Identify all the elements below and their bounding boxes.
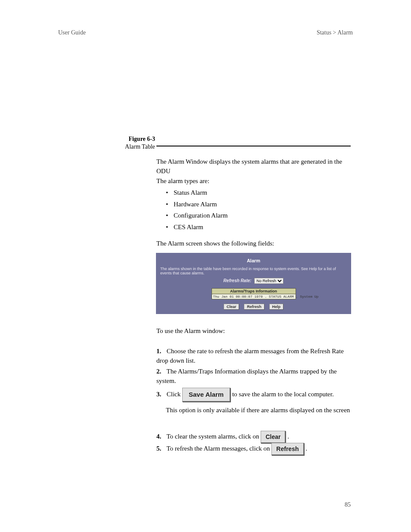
refresh-button-inline[interactable]: Refresh — [271, 443, 304, 455]
paragraph-fields-lead: The Alarm screen shows the following fie… — [156, 239, 351, 249]
step-text-prefix: Click — [167, 391, 182, 398]
step-number: 4. — [156, 432, 165, 442]
figure-title: Alarm Table — [60, 143, 155, 150]
step-number: 1. — [156, 347, 165, 356]
page-number: 85 — [345, 501, 351, 508]
step-1: 1. Choose the rate to refresh the alarm … — [156, 347, 351, 366]
step-3: 3. Click Save Alarm to save the alarm to… — [156, 388, 351, 402]
step-text: The Alarms/Traps Information displays th… — [156, 368, 337, 384]
step-text: Choose the rate to refresh the alarm mes… — [156, 348, 344, 364]
step-text-prefix: To clear the system alarms, click on — [166, 433, 261, 440]
step-text-suffix: to save the alarm to the local computer. — [232, 391, 334, 398]
step-text-suffix: . — [305, 445, 307, 452]
refresh-rate-row: Refresh Rate: No Refresh — [156, 278, 351, 284]
alarm-panel-buttons: Clear Refresh Help — [156, 304, 351, 310]
alarm-panel-title: Alarm — [156, 253, 351, 263]
header-left: User Guide — [58, 29, 86, 36]
step-number: 2. — [156, 367, 165, 376]
page: User Guide Status > Alarm Figure 6-3 Ala… — [0, 0, 411, 532]
step-3-note: This option is only available if there a… — [156, 406, 351, 415]
step-number: 3. — [156, 390, 165, 399]
paragraph-alarm-types-lead: The alarm types are: — [156, 177, 351, 186]
table-row: Thu Jan 01 00:00:07 1970 . STATUS ALARM … — [212, 294, 296, 299]
refresh-button[interactable]: Refresh — [244, 304, 265, 310]
step-5: 5. To refresh the Alarm messages, click … — [156, 443, 351, 455]
paragraph-intro: The Alarm Window displays the system ala… — [156, 157, 351, 176]
alarm-panel: Alarm The alarms shown in the table have… — [156, 253, 351, 314]
page-header: User Guide Status > Alarm — [58, 29, 353, 36]
alarms-table-header: Alarms/Traps Information — [212, 289, 296, 294]
clear-button-inline[interactable]: Clear — [261, 431, 286, 443]
step-4: 4. To clear the system alarms, click on … — [156, 431, 351, 443]
figure-number: Figure 6-3 — [60, 136, 155, 143]
step-text-prefix: To refresh the Alarm messages, click on — [166, 445, 271, 452]
figure-caption: Figure 6-3 Alarm Table — [60, 136, 155, 150]
header-right: Status > Alarm — [317, 29, 353, 36]
list-item: CES Alarm — [166, 222, 351, 232]
alarm-panel-description: The alarms shown in the table have been … — [156, 263, 351, 278]
step-2: 2. The Alarms/Traps Information displays… — [156, 367, 351, 386]
list-item: Hardware Alarm — [166, 199, 351, 209]
clear-button[interactable]: Clear — [224, 304, 240, 310]
list-item: Configuration Alarm — [166, 211, 351, 221]
save-alarm-button[interactable]: Save Alarm — [182, 388, 230, 402]
refresh-rate-select[interactable]: No Refresh — [254, 278, 283, 284]
alarm-types-list: Status Alarm Hardware Alarm Configuratio… — [166, 188, 351, 233]
list-item: Status Alarm — [166, 188, 351, 198]
refresh-rate-label: Refresh Rate: — [224, 278, 252, 283]
help-button[interactable]: Help — [269, 304, 284, 310]
alarms-table: Alarms/Traps Information Thu Jan 01 00:0… — [212, 288, 296, 299]
figure-rule — [156, 146, 351, 146]
step-text-suffix: . — [287, 433, 289, 440]
step-number: 5. — [156, 444, 165, 454]
paragraph-howto-lead: To use the Alarm window: — [156, 327, 351, 336]
